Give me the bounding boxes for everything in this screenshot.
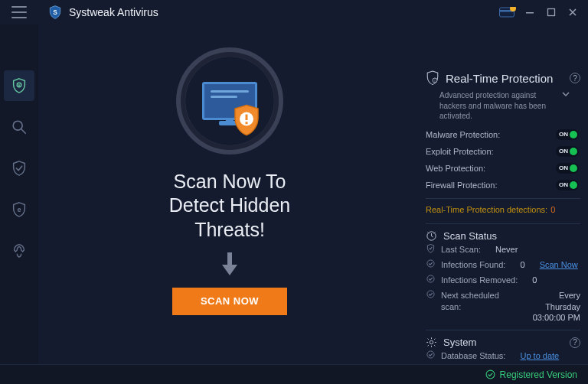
- realtime-description-row[interactable]: Advanced protection against hackers and …: [426, 86, 580, 126]
- gear-icon: [426, 337, 437, 348]
- svg-text:e: e: [17, 206, 21, 213]
- sidebar-item-browser[interactable]: e: [4, 194, 34, 225]
- protection-row-exploit: Exploit Protection: ON: [426, 143, 580, 160]
- sidebar-item-quarantine[interactable]: [4, 153, 34, 184]
- svg-text:i: i: [435, 79, 436, 83]
- check-circle-icon: [426, 275, 435, 283]
- last-scan-value: Never: [495, 244, 518, 255]
- exploit-toggle[interactable]: ON: [556, 146, 579, 157]
- divider: [426, 330, 580, 330]
- titlebar: S Systweak Antivirus: [0, 0, 588, 24]
- realtime-section-head: i Real-Time Protection ?: [426, 70, 580, 86]
- protection-row-firewall: Firewall Protection: ON: [426, 177, 580, 194]
- system-head: System ?: [426, 335, 580, 348]
- warning-shield-icon: [233, 104, 260, 136]
- system-title: System: [443, 337, 476, 348]
- next-scan-time: 03:00:00 PM: [533, 313, 580, 322]
- check-circle-icon: [426, 259, 435, 268]
- sidebar: e: [0, 24, 38, 364]
- menu-hamburger-icon[interactable]: [8, 1, 31, 24]
- protection-row-web: Web Protection: ON: [426, 160, 580, 177]
- close-button[interactable]: [564, 3, 582, 21]
- svg-point-19: [430, 341, 433, 344]
- minimize-button[interactable]: [521, 3, 539, 21]
- app-window: S Systweak Antivirus: [0, 0, 588, 384]
- app-title: Systweak Antivirus: [69, 6, 158, 18]
- realtime-help-button[interactable]: ?: [570, 73, 580, 83]
- footer: Registered Version: [0, 364, 588, 384]
- registered-check-icon: [485, 369, 495, 379]
- database-status-link[interactable]: Up to date: [520, 350, 559, 361]
- hero: Scan Now To Detect Hidden Threats! SCAN …: [38, 24, 421, 364]
- protection-label: Firewall Protection:: [426, 181, 556, 190]
- scan-status-head: Scan Status: [426, 229, 580, 242]
- chevron-down-icon: [562, 90, 570, 98]
- protection-row-malware: Malware Protection: ON: [426, 126, 580, 143]
- realtime-detections: Real-Time Protection detections:0: [426, 203, 580, 219]
- maximize-button[interactable]: [542, 3, 560, 21]
- protection-label: Exploit Protection:: [426, 147, 556, 156]
- svg-rect-5: [548, 9, 555, 16]
- check-shield-icon: [426, 244, 435, 253]
- detections-count: 0: [550, 205, 555, 214]
- svg-rect-12: [246, 122, 248, 124]
- svg-rect-7: [18, 84, 19, 86]
- system-help-button[interactable]: ?: [570, 337, 580, 348]
- protection-label: Malware Protection:: [426, 130, 556, 139]
- shield-info-icon: i: [426, 70, 439, 86]
- sidebar-item-optimizer[interactable]: [4, 236, 34, 266]
- scan-now-button[interactable]: SCAN NOW: [172, 288, 287, 315]
- divider: [426, 223, 580, 224]
- check-circle-icon: [426, 290, 435, 298]
- protection-label: Web Protection:: [426, 164, 556, 173]
- sidebar-item-scan[interactable]: [4, 112, 34, 142]
- realtime-description: Advanced protection against hackers and …: [439, 90, 557, 122]
- credit-card-icon[interactable]: [498, 5, 518, 20]
- sidebar-item-home[interactable]: [4, 70, 34, 101]
- next-scheduled-row: Next scheduled scan: Every Thursday 03:0…: [426, 288, 580, 325]
- svg-rect-4: [526, 12, 534, 14]
- svg-point-16: [426, 260, 433, 267]
- malware-toggle[interactable]: ON: [556, 129, 579, 140]
- body: e: [0, 24, 588, 364]
- svg-rect-11: [246, 115, 248, 121]
- scan-status-icon: [426, 230, 437, 242]
- firewall-toggle[interactable]: ON: [556, 180, 579, 190]
- scan-status-title: Scan Status: [443, 230, 497, 242]
- svg-point-17: [426, 275, 433, 282]
- database-status-row: Database Status: Up to date: [426, 348, 580, 363]
- last-scan-row: Last Scan: Never: [426, 242, 580, 257]
- svg-point-21: [486, 370, 495, 379]
- status-ring: [176, 47, 283, 155]
- infections-found-row: Infections Found: 0 Scan Now: [426, 257, 580, 272]
- web-toggle[interactable]: ON: [556, 163, 579, 174]
- svg-point-18: [426, 291, 433, 298]
- next-scan-value: Every Thursday: [545, 291, 580, 311]
- arrow-down-icon: [219, 251, 240, 277]
- divider: [426, 198, 580, 199]
- infections-found-value: 0: [520, 259, 524, 270]
- svg-text:S: S: [53, 8, 57, 16]
- check-circle-icon: [426, 350, 435, 359]
- hero-headline: Scan Now To Detect Hidden Threats!: [169, 170, 290, 242]
- registered-label: Registered Version: [500, 369, 577, 380]
- svg-point-20: [426, 351, 433, 358]
- right-panel: i Real-Time Protection ? Advanced protec…: [421, 24, 588, 364]
- infections-removed-value: 0: [532, 275, 537, 285]
- app-logo-icon: S: [47, 5, 63, 20]
- realtime-title: Real-Time Protection: [446, 72, 564, 85]
- scan-now-link[interactable]: Scan Now: [540, 259, 578, 270]
- infections-removed-row: Infections Removed: 0: [426, 272, 580, 288]
- main-area: Scan Now To Detect Hidden Threats! SCAN …: [38, 24, 588, 364]
